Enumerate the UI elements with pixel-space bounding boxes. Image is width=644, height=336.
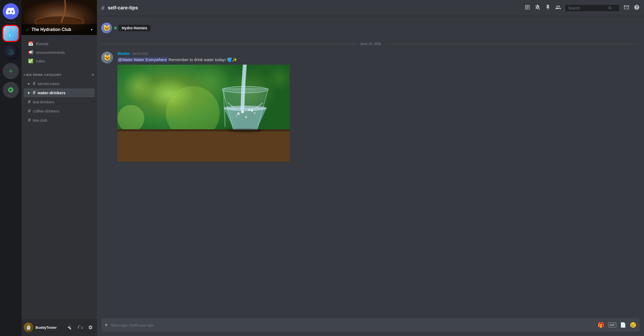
- chat-input-bar: + 🎁 GIF 📄 😢: [101, 318, 640, 332]
- chat-channel-hash: #: [101, 5, 104, 12]
- gift-icon[interactable]: 🎁: [598, 322, 604, 328]
- category-header-left: ▾ BIG DRINK CATEGORY: [24, 73, 61, 76]
- message-timestamp: 06/25/2020: [132, 52, 148, 56]
- channel-hash-icon-3: #: [28, 99, 31, 105]
- announcements-icon: 📢: [28, 50, 33, 55]
- server-name: The Hydration Club: [32, 27, 89, 32]
- attach-button[interactable]: +: [104, 318, 108, 332]
- channel-announcements[interactable]: 📢 announcements: [24, 48, 95, 57]
- channel-tea-drinkers[interactable]: # tea-drinkers: [24, 97, 95, 106]
- message-header: Wotter 06/25/2020: [117, 51, 640, 56]
- mute-button[interactable]: [66, 323, 74, 332]
- svg-point-21: [237, 112, 240, 115]
- svg-point-20: [248, 109, 250, 111]
- special-channels: 📅 Events 📢 announcements ✅ rules: [22, 37, 97, 68]
- channel-announcements-label: announcements: [36, 50, 65, 55]
- explore-servers-button[interactable]: [3, 82, 19, 98]
- channel-sidebar: ✓ The Hydration Club ▾ 📅 Events 📢 announ…: [22, 0, 97, 336]
- channel-bullet-icon: ▶: [28, 82, 30, 85]
- main-area: # self-care-tips: [97, 0, 644, 336]
- server-icon-hydration[interactable]: 💧: [3, 25, 19, 41]
- chat-input-area: + 🎁 GIF 📄 😢: [97, 314, 644, 336]
- date-text: June 25, 2020: [360, 42, 381, 46]
- chat-channel-name: self-care-tips: [108, 5, 138, 11]
- svg-point-22: [254, 112, 256, 114]
- svg-point-25: [251, 109, 253, 112]
- help-icon[interactable]: [634, 4, 640, 12]
- header-icons: [524, 4, 640, 12]
- svg-point-24: [236, 115, 237, 117]
- discord-home-button[interactable]: [3, 3, 19, 19]
- search-bar[interactable]: [565, 5, 619, 11]
- sticker-icon[interactable]: 📄: [620, 322, 626, 328]
- channel-hash-icon: #: [33, 81, 36, 86]
- channel-rules-label: rules: [36, 59, 45, 63]
- server-sidebar: 💧 🌑 +: [0, 0, 22, 336]
- user-avatar: 🍵: [24, 323, 33, 332]
- category-header-big-drink[interactable]: ▾ BIG DRINK CATEGORY +: [22, 68, 97, 79]
- chat-header: # self-care-tips: [97, 0, 644, 16]
- category-name: BIG DRINK CATEGORY: [26, 73, 62, 76]
- notifications-icon[interactable]: [535, 4, 541, 12]
- water-image: [117, 65, 290, 162]
- user-name: BuddyTester: [36, 326, 64, 330]
- user-bar: 🍵 BuddyTester: [22, 319, 97, 336]
- date-line-right: [384, 44, 640, 44]
- gif-button[interactable]: GIF: [608, 323, 616, 327]
- channel-coffee-drinkers-label: coffee-drinkers: [33, 109, 60, 113]
- pinned-icon[interactable]: [545, 4, 551, 12]
- channel-water-drinkers[interactable]: ▶ # water-drinkers: [24, 88, 95, 97]
- channel-bullet-active-icon: ▶: [28, 91, 30, 94]
- channel-rules[interactable]: ✅ rules: [24, 57, 95, 65]
- svg-rect-12: [117, 129, 290, 131]
- members-icon[interactable]: [555, 4, 561, 12]
- thread-label: 🐱 Hydro Homies: [97, 20, 644, 38]
- inbox-icon[interactable]: [624, 4, 629, 12]
- channel-tea-club-label: tea-club: [33, 118, 47, 122]
- channel-hash-icon-4: #: [28, 108, 31, 114]
- svg-point-27: [228, 128, 263, 133]
- settings-button[interactable]: [86, 323, 95, 332]
- emoji-icon[interactable]: 😢: [630, 322, 636, 328]
- server-divider: [5, 22, 16, 23]
- channel-coffee-drinkers[interactable]: # coffee-drinkers: [24, 107, 95, 116]
- message-body: Remember to drink water today! 🪣✨: [167, 57, 237, 62]
- channel-tea-club[interactable]: # tea-club: [24, 116, 95, 125]
- chat-messages: 🐱 Hydro Homies June 25, 2020 🐱 Wotter 06…: [97, 16, 644, 314]
- thread-avatar: 🐱: [101, 23, 112, 33]
- category-collapse-icon: ▾: [24, 74, 25, 76]
- threads-icon[interactable]: [524, 4, 530, 12]
- verified-icon: ✓: [26, 27, 29, 32]
- server-name-bar[interactable]: ✓ The Hydration Club ▾: [22, 24, 97, 35]
- channel-hash-icon-5: #: [28, 117, 31, 123]
- category-add-button[interactable]: +: [91, 72, 95, 78]
- online-indicator: Hydro Homies: [114, 25, 150, 31]
- channel-list: 📅 Events 📢 announcements ✅ rules ▾ BIG D…: [22, 35, 97, 319]
- search-input[interactable]: [568, 6, 606, 10]
- input-icons: 🎁 GIF 📄 😢: [598, 322, 636, 328]
- channel-water-drinkers-label: water-drinkers: [38, 90, 65, 95]
- date-line-left: [101, 44, 357, 44]
- channel-events[interactable]: 📅 Events: [24, 40, 95, 48]
- date-divider: June 25, 2020: [97, 38, 644, 50]
- rules-icon: ✅: [28, 58, 33, 64]
- message-image: [117, 65, 290, 163]
- add-server-button[interactable]: +: [3, 63, 19, 79]
- headset-button[interactable]: [76, 323, 85, 332]
- svg-point-9: [117, 105, 144, 132]
- search-icon: [608, 6, 612, 10]
- channel-secret-oasis[interactable]: ▶ # secret-oasis: [24, 79, 95, 88]
- svg-point-23: [245, 116, 247, 118]
- user-info: BuddyTester: [36, 326, 64, 330]
- message-author: Wotter: [117, 51, 130, 56]
- thread-name: Hydro Homies: [118, 25, 150, 31]
- mention-tag: @Water Water Everywhere: [117, 57, 167, 62]
- channel-events-label: Events: [36, 41, 48, 46]
- chat-input[interactable]: [111, 319, 594, 331]
- channel-hash-icon-2: #: [33, 90, 36, 96]
- message-group: 🐱 Wotter 06/25/2020 @Water Water Everywh…: [97, 50, 644, 164]
- server-dropdown-arrow[interactable]: ▾: [91, 27, 93, 32]
- server-icon-dark[interactable]: 🌑: [3, 44, 19, 60]
- svg-point-19: [241, 110, 244, 113]
- user-controls: [66, 323, 95, 332]
